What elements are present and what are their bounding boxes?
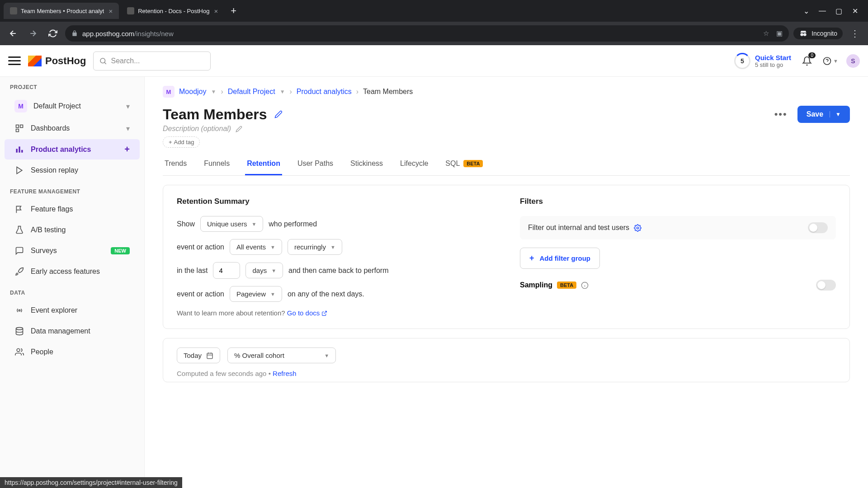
- avatar[interactable]: S: [846, 54, 860, 68]
- new-tab-button[interactable]: +: [226, 5, 241, 17]
- filter-internal-toggle[interactable]: [808, 222, 828, 233]
- period-count-input[interactable]: [213, 262, 240, 279]
- notifications-button[interactable]: 0: [799, 53, 815, 69]
- breadcrumb-current: Team Members: [363, 88, 413, 96]
- sidebar-item-early-access[interactable]: Early access features: [5, 262, 140, 282]
- filter-internal-label: Filter out internal and test users: [528, 224, 629, 232]
- back-button[interactable]: [5, 26, 21, 41]
- date-range-select[interactable]: Today: [177, 347, 220, 363]
- reload-button[interactable]: [45, 26, 61, 41]
- sidebar-item-ab-testing[interactable]: A/B testing: [5, 220, 140, 240]
- browser-status-bar: https://app.posthog.com/settings/project…: [0, 477, 182, 488]
- sidebar-item-product-analytics[interactable]: Product analytics +: [5, 139, 140, 160]
- sidebar-item-event-explorer[interactable]: Event explorer: [5, 300, 140, 320]
- progress-ring-icon: 5: [734, 53, 750, 69]
- breadcrumb-project[interactable]: Default Project: [228, 88, 275, 96]
- refresh-link[interactable]: Refresh: [273, 370, 297, 377]
- learn-more-text: Want to learn more about retention? Go t…: [177, 309, 493, 317]
- sidebar-project-picker[interactable]: M Default Project ▾: [5, 95, 140, 117]
- retention-summary-title: Retention Summary: [177, 197, 493, 206]
- quick-start-title: Quick Start: [755, 54, 791, 61]
- tab-close-icon[interactable]: ×: [214, 7, 218, 15]
- sidebar-item-feature-flags[interactable]: Feature flags: [5, 199, 140, 219]
- sidebar-item-dashboards[interactable]: Dashboards ▾: [5, 118, 140, 138]
- tab-stickiness[interactable]: Stickiness: [349, 153, 385, 175]
- breadcrumb-section[interactable]: Product analytics: [297, 88, 352, 96]
- tab-sql[interactable]: SQLBETA: [443, 153, 485, 175]
- maximize-icon[interactable]: ▢: [835, 7, 843, 15]
- star-icon[interactable]: ☆: [763, 29, 769, 38]
- minimize-icon[interactable]: —: [818, 7, 826, 15]
- pencil-icon: [236, 126, 242, 132]
- database-icon: [14, 326, 24, 336]
- browser-tab-active[interactable]: Team Members • Product analyt ×: [4, 3, 119, 19]
- sidebar-item-people[interactable]: People: [5, 342, 140, 362]
- menu-toggle-button[interactable]: [8, 55, 21, 67]
- save-button[interactable]: Save ▼: [797, 106, 850, 123]
- svg-rect-6: [16, 129, 19, 132]
- info-icon[interactable]: [581, 282, 589, 289]
- description-field[interactable]: Description (optional): [163, 125, 850, 133]
- sidebar-item-data-management[interactable]: Data management: [5, 321, 140, 341]
- label-and-then: and then came back to perform: [288, 267, 388, 275]
- tab-trends[interactable]: Trends: [163, 153, 189, 175]
- retention-summary-col: Retention Summary Show Unique users▼ who…: [177, 197, 493, 317]
- tab-user-paths[interactable]: User Paths: [296, 153, 335, 175]
- add-tag-label: Add tag: [174, 139, 194, 145]
- chevron-down-icon: ▾: [126, 124, 130, 133]
- first-event-select[interactable]: All events▼: [230, 239, 282, 255]
- app-topbar: PostHog Search... 5 Quick Start 5 still …: [0, 45, 868, 77]
- edit-title-button[interactable]: [274, 110, 283, 118]
- chevron-down-icon: ▼: [270, 291, 275, 297]
- beta-badge: BETA: [557, 282, 576, 289]
- chevron-right-icon: ›: [356, 88, 359, 96]
- plus-icon[interactable]: +: [124, 144, 130, 155]
- sidebar-item-session-replay[interactable]: Session replay: [5, 160, 140, 180]
- incognito-badge[interactable]: Incognito: [793, 28, 843, 39]
- tab-lifecycle[interactable]: Lifecycle: [398, 153, 430, 175]
- return-event-select[interactable]: Pageview▼: [230, 286, 282, 302]
- chevron-down-icon[interactable]: ▼: [211, 89, 216, 95]
- close-window-icon[interactable]: ✕: [851, 7, 859, 15]
- sampling-label: Sampling: [520, 281, 552, 289]
- add-filter-group-button[interactable]: + Add filter group: [520, 248, 600, 269]
- more-actions-button[interactable]: •••: [771, 107, 791, 122]
- help-button[interactable]: ▼: [823, 53, 838, 69]
- breadcrumb-org[interactable]: Moodjoy: [179, 88, 206, 96]
- save-button-label: Save: [807, 110, 823, 118]
- svg-point-13: [17, 349, 20, 352]
- install-icon[interactable]: ▣: [776, 29, 783, 38]
- window-controls: ⌄ — ▢ ✕: [802, 7, 864, 15]
- show-select[interactable]: Unique users▼: [200, 216, 263, 232]
- tab-close-icon[interactable]: ×: [108, 7, 113, 15]
- go-to-docs-link[interactable]: Go to docs: [287, 309, 328, 317]
- incognito-icon: [799, 29, 808, 38]
- sampling-toggle[interactable]: [816, 280, 836, 291]
- recurrence-select[interactable]: recurringly▼: [288, 239, 342, 255]
- add-filter-label: Add filter group: [540, 254, 591, 262]
- chevron-down-icon[interactable]: ⌄: [802, 7, 810, 15]
- chevron-down-icon: ▼: [330, 244, 335, 250]
- browser-menu-icon[interactable]: ⋮: [847, 26, 863, 41]
- tab-retention[interactable]: Retention: [245, 153, 282, 175]
- search-input[interactable]: Search...: [93, 52, 211, 70]
- browser-tab[interactable]: Retention - Docs - PostHog ×: [121, 3, 224, 19]
- svg-rect-7: [16, 149, 18, 152]
- sidebar-item-label: Feature flags: [31, 205, 73, 213]
- period-unit-select[interactable]: days▼: [245, 263, 283, 278]
- logo[interactable]: PostHog: [28, 55, 86, 67]
- svg-rect-9: [21, 150, 23, 152]
- add-tag-button[interactable]: + Add tag: [163, 136, 200, 148]
- sidebar-item-label: People: [31, 348, 53, 356]
- chevron-down-icon[interactable]: ▼: [280, 89, 285, 95]
- sidebar: PROJECT M Default Project ▾ Dashboards ▾…: [0, 45, 145, 488]
- tab-funnels[interactable]: Funnels: [202, 153, 231, 175]
- forward-button[interactable]: [25, 26, 41, 41]
- quick-start-button[interactable]: 5 Quick Start 5 still to go: [734, 53, 791, 69]
- chevron-down-icon[interactable]: ▼: [830, 111, 841, 117]
- address-bar[interactable]: app.posthog.com/insights/new ☆ ▣: [65, 25, 789, 42]
- project-name: Default Project: [33, 102, 81, 110]
- cohort-select[interactable]: % Overall cohort ▼: [227, 347, 336, 363]
- sidebar-item-surveys[interactable]: Surveys NEW: [5, 241, 140, 261]
- filter-settings-link[interactable]: [634, 224, 642, 232]
